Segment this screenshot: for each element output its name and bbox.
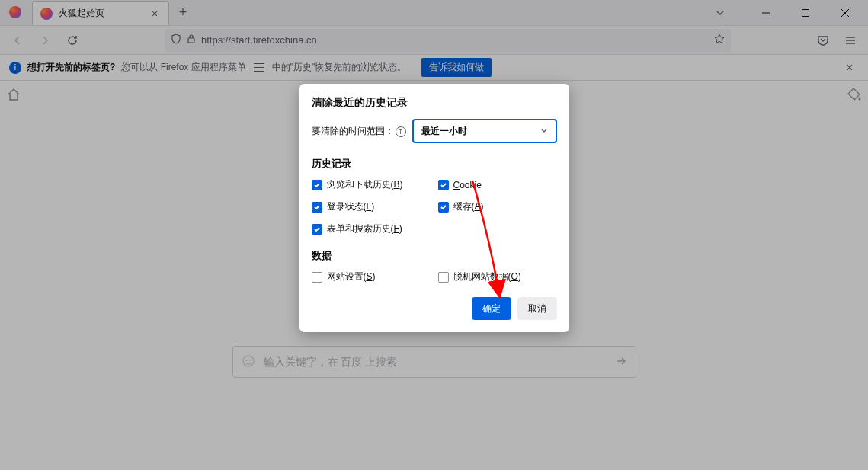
checkbox-icon[interactable] (438, 272, 449, 283)
clear-history-dialog: 清除最近的历史记录 要清除的时间范围：T 最近一小时 历史记录 浏览和下载历史(… (299, 84, 569, 332)
dialog-title: 清除最近的历史记录 (312, 96, 557, 110)
checkbox-label: 登录状态(L) (327, 200, 375, 213)
time-range-row: 要清除的时间范围：T 最近一小时 (312, 119, 557, 143)
cancel-button[interactable]: 取消 (517, 297, 557, 320)
checkbox-browsing-history[interactable]: 浏览和下载历史(B) (312, 178, 431, 191)
checkbox-icon[interactable] (312, 202, 322, 213)
checkbox-site-settings[interactable]: 网站设置(S) (312, 270, 431, 283)
checkbox-cache[interactable]: 缓存(A) (438, 200, 557, 213)
history-section-title: 历史记录 (312, 157, 557, 171)
checkbox-icon[interactable] (312, 272, 322, 283)
history-checkbox-grid: 浏览和下载历史(B) Cookie 登录状态(L) 缓存(A) 表单和搜索历史(… (312, 178, 557, 235)
dialog-buttons: 确定 取消 (312, 297, 557, 320)
modal-overlay: 清除最近的历史记录 要清除的时间范围：T 最近一小时 历史记录 浏览和下载历史(… (0, 0, 868, 470)
checkbox-label: 浏览和下载历史(B) (327, 178, 403, 191)
checkbox-offline-data[interactable]: 脱机网站数据(O) (438, 270, 557, 283)
time-range-select[interactable]: 最近一小时 (412, 119, 557, 143)
checkbox-icon[interactable] (438, 202, 449, 213)
ok-button[interactable]: 确定 (472, 297, 511, 320)
data-section-title: 数据 (312, 249, 557, 263)
checkbox-label: 脱机网站数据(O) (453, 270, 521, 283)
checkbox-cookie[interactable]: Cookie (438, 178, 557, 191)
checkbox-icon[interactable] (312, 180, 322, 190)
checkbox-form-search[interactable]: 表单和搜索历史(F) (312, 222, 431, 235)
checkbox-label: Cookie (453, 180, 482, 190)
shortcut-key: T (396, 126, 406, 137)
checkbox-icon[interactable] (438, 180, 449, 190)
checkbox-label: 缓存(A) (453, 200, 484, 213)
data-checkbox-grid: 网站设置(S) 脱机网站数据(O) (312, 270, 557, 283)
checkbox-login-state[interactable]: 登录状态(L) (312, 200, 431, 213)
checkbox-label: 网站设置(S) (327, 270, 376, 283)
checkbox-icon[interactable] (312, 224, 322, 235)
chevron-down-icon (540, 127, 548, 135)
time-range-label: 要清除的时间范围：T (312, 125, 406, 138)
checkbox-label: 表单和搜索历史(F) (327, 222, 402, 235)
time-range-value: 最近一小时 (421, 125, 467, 138)
